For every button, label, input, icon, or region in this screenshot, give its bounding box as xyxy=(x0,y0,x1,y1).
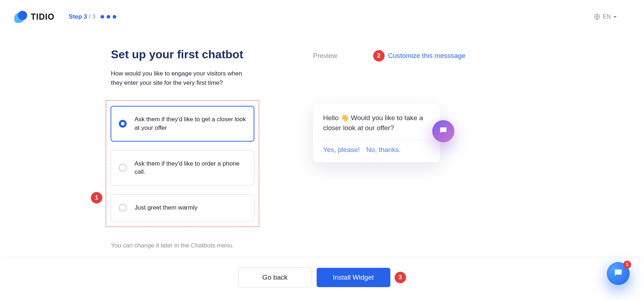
annotation-badge-2: 2 xyxy=(373,50,385,62)
option-label: Ask them if they'd like to get a closer … xyxy=(135,115,246,132)
step-total: / 3 xyxy=(89,13,96,20)
globe-icon xyxy=(594,14,600,20)
annotation-badge-1: 1 xyxy=(91,192,102,203)
option-label: Just greet them warmly xyxy=(135,203,197,212)
support-chat-launcher[interactable]: 1 xyxy=(607,262,630,285)
step-current: Step 3 xyxy=(69,13,87,20)
brand-logo: TIDIO xyxy=(14,11,54,23)
radio-icon xyxy=(119,204,127,212)
tidio-icon xyxy=(14,11,27,23)
annotation-badge-3: 3 xyxy=(395,272,406,283)
option-closer-look[interactable]: Ask them if they'd like to get a closer … xyxy=(111,106,254,142)
step-dots xyxy=(101,15,116,19)
chevron-down-icon xyxy=(613,16,617,18)
page-title: Set up your first chatbot xyxy=(111,48,258,61)
radio-icon xyxy=(119,120,127,128)
main-content: Set up your first chatbot How would you … xyxy=(0,34,644,249)
language-selector[interactable]: EN xyxy=(594,14,630,20)
step-dot xyxy=(107,15,110,19)
chat-launcher-preview[interactable] xyxy=(432,120,454,142)
app-header: TIDIO Step 3 / 3 EN xyxy=(0,0,644,34)
chat-preview: Hello 👋 Would you like to take a closer … xyxy=(313,104,440,162)
option-phone-call[interactable]: Ask them if they'd like to order a phone… xyxy=(111,150,254,186)
chat-divider xyxy=(323,140,430,140)
options-highlight: Ask them if they'd like to get a closer … xyxy=(106,100,259,227)
notification-count: 1 xyxy=(623,261,631,269)
chat-actions: Yes, please! No, thanks. xyxy=(323,146,430,154)
step-dot xyxy=(113,15,116,19)
preview-column: Preview 2 Customize this messsage Hello … xyxy=(258,48,465,249)
preview-label: Preview xyxy=(313,52,337,60)
chat-icon xyxy=(613,268,623,279)
step-indicator: Step 3 / 3 xyxy=(69,13,116,20)
customize-wrap: 2 Customize this messsage xyxy=(373,50,465,62)
option-greet-warmly[interactable]: Just greet them warmly xyxy=(111,194,254,221)
help-note: You can change it later in the Chatbots … xyxy=(111,242,258,249)
go-back-button[interactable]: Go back xyxy=(238,267,312,287)
chat-action-yes[interactable]: Yes, please! xyxy=(323,146,360,154)
step-dot xyxy=(101,15,104,19)
customize-message-link[interactable]: Customize this messsage xyxy=(388,52,465,60)
chat-bubble: Hello 👋 Would you like to take a closer … xyxy=(313,104,440,162)
radio-icon xyxy=(119,164,127,172)
chat-icon xyxy=(439,126,448,137)
install-widget-button[interactable]: Install Widget xyxy=(317,268,390,287)
chat-text: Hello 👋 Would you like to take a closer … xyxy=(323,113,430,133)
option-label: Ask them if they'd like to order a phone… xyxy=(135,159,246,177)
page-subtitle: How would you like to engage your visito… xyxy=(111,69,247,87)
footer-bar: Go back Install Widget 3 xyxy=(0,259,644,300)
setup-column: Set up your first chatbot How would you … xyxy=(0,48,258,249)
chat-action-no[interactable]: No, thanks. xyxy=(366,146,401,154)
preview-header: Preview 2 Customize this messsage xyxy=(313,50,465,62)
language-label: EN xyxy=(603,14,611,20)
brand-name: TIDIO xyxy=(31,12,54,22)
